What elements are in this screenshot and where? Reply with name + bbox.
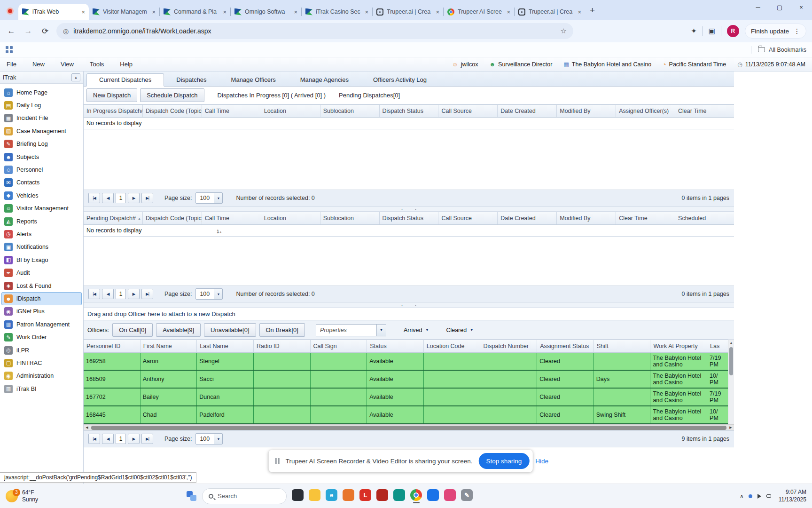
url-text[interactable]: itrakdemo2.omnigo.one/iTrak/WorkLoader.a… bbox=[73, 27, 555, 35]
sidebar-item-idispatch[interactable]: ☻iDispatch bbox=[1, 292, 82, 305]
officer-row[interactable]: 168509AnthonySacciAvailableClearedDaysTh… bbox=[84, 371, 728, 389]
sidebar-item-work-order[interactable]: ✎Work Order bbox=[1, 331, 82, 343]
browser-tab[interactable]: iTrak Casino Sec× bbox=[302, 4, 372, 20]
splitter-up-icon[interactable]: ▴ bbox=[401, 207, 403, 211]
browser-menu-icon[interactable]: ⋮ bbox=[794, 27, 800, 35]
column-header[interactable]: Call Time bbox=[202, 212, 261, 224]
pager-last-button[interactable]: ▶| bbox=[141, 193, 153, 203]
extensions-icon[interactable]: ✦ bbox=[691, 27, 697, 35]
site-info-icon[interactable]: ◎ bbox=[63, 27, 69, 35]
apps-grid-icon[interactable] bbox=[6, 46, 13, 53]
splitter-down-icon[interactable]: ▾ bbox=[415, 303, 416, 307]
dispatches-in-progress-link[interactable]: Dispatches In Progress [0] ( Arrived [0]… bbox=[218, 92, 326, 99]
column-header[interactable]: Location bbox=[261, 212, 320, 224]
vertical-scrollbar[interactable]: ▲ bbox=[728, 340, 734, 424]
grid-splitter[interactable]: ▴ ▾ bbox=[84, 302, 734, 308]
column-header[interactable]: Assigned Officer(s) bbox=[616, 105, 675, 117]
column-header[interactable]: Dispatch Number bbox=[480, 340, 537, 352]
tab-officers-activity-log[interactable]: Officers Activity Log bbox=[361, 73, 439, 86]
forward-icon[interactable]: → bbox=[21, 24, 36, 39]
sidebar-item-ignet-plus[interactable]: ◉iGNet Plus bbox=[1, 305, 82, 318]
new-dispatch-button[interactable]: New Dispatch bbox=[86, 88, 137, 102]
column-header[interactable]: Las bbox=[707, 340, 728, 352]
tab-close-icon[interactable]: × bbox=[294, 8, 297, 16]
column-header[interactable]: Date Created bbox=[498, 105, 557, 117]
profile-avatar[interactable]: R bbox=[727, 25, 739, 37]
sidebar-item-visitor-management[interactable]: ☺Visitor Management bbox=[1, 202, 82, 215]
sidebar-item-administration[interactable]: ◉Administration bbox=[1, 370, 82, 382]
sidebar-item-lost-found[interactable]: ◈Lost & Found bbox=[1, 279, 82, 292]
tab-manage-agencies[interactable]: Manage Agencies bbox=[288, 73, 361, 86]
all-bookmarks[interactable]: All Bookmarks bbox=[751, 46, 806, 54]
pager-next-button[interactable]: ▶ bbox=[128, 434, 140, 444]
red-app-icon[interactable] bbox=[376, 489, 388, 501]
column-header[interactable]: Dispatch Status bbox=[380, 105, 439, 117]
copilot-app-icon[interactable] bbox=[292, 489, 304, 501]
sidebar-item-notifications[interactable]: ▣Notifications bbox=[1, 241, 82, 254]
column-header[interactable]: Location bbox=[261, 105, 320, 117]
menu-view[interactable]: View bbox=[61, 61, 74, 68]
tab-close-icon[interactable]: × bbox=[365, 8, 368, 16]
browser-tab[interactable]: Trupeer.ai | Crea× bbox=[515, 4, 585, 20]
volume-icon[interactable] bbox=[757, 494, 761, 499]
l-app-icon[interactable]: L bbox=[359, 489, 371, 501]
sidebar-item-reports[interactable]: ◭Reports bbox=[1, 215, 82, 228]
browser-tab[interactable]: Command & Pla× bbox=[160, 4, 230, 20]
tab-current-dispatches[interactable]: Current Dispatches bbox=[86, 73, 164, 87]
address-bar[interactable]: ◎ itrakdemo2.omnigo.one/iTrak/WorkLoader… bbox=[56, 23, 573, 39]
back-icon[interactable]: ← bbox=[4, 24, 19, 39]
stop-sharing-button[interactable]: Stop sharing bbox=[478, 453, 529, 469]
sidebar-item-vehicles[interactable]: ◆Vehicles bbox=[1, 189, 82, 202]
sidebar-item-bi-by-exago[interactable]: ◧BI by Exago bbox=[1, 254, 82, 266]
column-header[interactable]: Clear Time bbox=[675, 105, 734, 117]
scroll-up-icon[interactable]: ▲ bbox=[728, 340, 734, 344]
splitter-down-icon[interactable]: ▾ bbox=[415, 207, 416, 211]
browser-tab[interactable]: Omnigo Softwa× bbox=[231, 4, 301, 20]
column-header[interactable]: Call Source bbox=[438, 212, 498, 224]
reload-icon[interactable]: ⟳ bbox=[38, 24, 53, 39]
pager-page-number[interactable]: 1 bbox=[116, 434, 126, 444]
cleared-dropdown[interactable]: Cleared▼ bbox=[446, 327, 473, 333]
pager-page-number[interactable]: 1 bbox=[116, 193, 126, 203]
sidebar-item-daily-log[interactable]: ▤Daily Log bbox=[1, 99, 82, 111]
column-header[interactable]: Location Code bbox=[424, 340, 481, 352]
officer-filter-button[interactable]: On Break[0] bbox=[259, 323, 305, 337]
bookmark-star-icon[interactable]: ☆ bbox=[561, 27, 567, 35]
column-header[interactable]: Assignment Status bbox=[537, 340, 594, 352]
taskbar-search[interactable]: Search bbox=[202, 488, 287, 504]
column-header[interactable]: Call Source bbox=[438, 105, 498, 117]
column-header[interactable]: Sublocation bbox=[320, 212, 380, 224]
page-size-select[interactable]: 100▼ bbox=[195, 288, 223, 300]
sidebar-item-personnel[interactable]: ☺Personnel bbox=[1, 163, 82, 176]
browser-tab[interactable]: Trupeer AI Scree× bbox=[444, 4, 514, 20]
scroll-left-icon[interactable]: ◀ bbox=[84, 426, 90, 429]
grid-splitter[interactable]: ▴ ▾ bbox=[84, 206, 734, 212]
column-header[interactable]: First Name bbox=[141, 340, 197, 352]
sidebar-item-briefing-log[interactable]: ✎Briefing Log bbox=[1, 138, 82, 151]
column-header[interactable]: Work At Property bbox=[650, 340, 707, 352]
officer-filter-button[interactable]: Unavailable[0] bbox=[204, 323, 256, 337]
battery-icon[interactable] bbox=[766, 494, 771, 498]
tab-share-icon[interactable]: ▣ bbox=[709, 27, 715, 35]
tab-close-icon[interactable]: × bbox=[507, 8, 510, 16]
file-explorer-icon[interactable] bbox=[309, 489, 320, 501]
tab-manage-officers[interactable]: Manage Officers bbox=[219, 73, 288, 86]
arrived-dropdown[interactable]: Arrived▼ bbox=[404, 327, 429, 333]
column-header[interactable]: Clear Time bbox=[616, 212, 675, 224]
officer-row[interactable]: 169258AaronStengelAvailableClearedThe Ba… bbox=[84, 353, 728, 371]
pending-dispatches-link[interactable]: Pending Dispatches[0] bbox=[339, 92, 400, 99]
page-size-select[interactable]: 100▼ bbox=[195, 192, 223, 204]
column-header[interactable]: In Progress Dispatch# bbox=[84, 105, 143, 117]
officer-row[interactable]: 168445ChadPadelfordAvailableClearedSwing… bbox=[84, 406, 728, 424]
column-header[interactable]: Status bbox=[367, 340, 424, 352]
sidebar-collapse-button[interactable]: ▲ bbox=[71, 73, 80, 81]
menu-new[interactable]: New bbox=[32, 61, 45, 68]
pager-prev-button[interactable]: ◀ bbox=[102, 193, 114, 203]
column-header[interactable]: Dispatch Status bbox=[380, 212, 439, 224]
splitter-up-icon[interactable]: ▴ bbox=[401, 303, 403, 307]
schedule-dispatch-button[interactable]: Schedule Dispatch bbox=[140, 88, 204, 102]
column-header[interactable]: Shift bbox=[594, 340, 651, 352]
bluetooth-icon[interactable] bbox=[749, 494, 752, 498]
scrollbar-thumb[interactable] bbox=[91, 426, 726, 430]
sidebar-item-contacts[interactable]: ✉Contacts bbox=[1, 176, 82, 189]
